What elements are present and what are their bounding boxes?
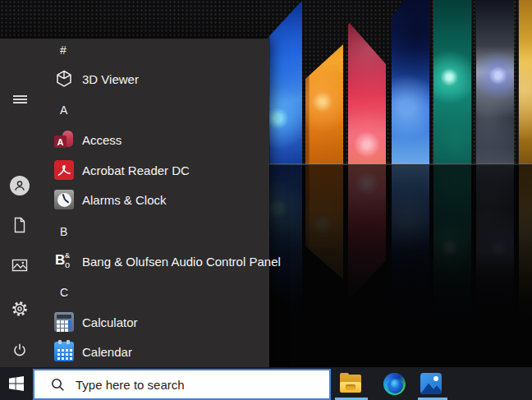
photos-icon [420, 373, 442, 394]
hamburger-icon [13, 94, 27, 105]
desktop-screen: # 3D Viewer A A Access [0, 0, 532, 400]
calculator-icon [54, 312, 74, 332]
wallpaper-shard-gold [519, 0, 532, 164]
calendar-icon [54, 342, 74, 361]
search-icon [50, 377, 65, 392]
app-item-label: Calculator [82, 315, 138, 329]
start-button[interactable] [0, 367, 33, 400]
3d-cube-icon [54, 69, 74, 89]
app-item-3d-viewer[interactable]: 3D Viewer [39, 64, 266, 94]
app-item-label: 3D Viewer [82, 72, 139, 86]
app-item-access[interactable]: A Access [39, 125, 266, 154]
windows-logo-icon [9, 376, 24, 391]
app-item-calendar[interactable]: Calendar [39, 337, 266, 366]
app-item-label: Bang & Olufsen Audio Control Panel [82, 255, 281, 269]
search-box[interactable]: Type here to search [33, 369, 331, 400]
app-item-label: Acrobat Reader DC [82, 163, 190, 177]
app-section-header[interactable]: A [60, 102, 67, 118]
power-icon [11, 341, 29, 359]
expand-menu-button[interactable] [0, 83, 39, 116]
start-menu-rail [0, 39, 39, 367]
user-account-button[interactable] [0, 169, 39, 202]
start-menu-app-list: # 3D Viewer A A Access [39, 39, 269, 367]
search-placeholder: Type here to search [76, 378, 185, 392]
edge-button[interactable] [374, 367, 414, 400]
wallpaper-shard-orange [305, 0, 343, 164]
app-item-calculator[interactable]: Calculator [39, 307, 266, 337]
alarm-clock-icon [54, 190, 74, 209]
pictures-icon [11, 257, 28, 274]
app-item-label: Calendar [82, 345, 132, 359]
app-item-bang-olufsen[interactable]: B & o Bang & Olufsen Audio Control Panel [39, 246, 266, 276]
document-icon [11, 217, 28, 233]
documents-button[interactable] [0, 209, 39, 241]
pictures-button[interactable] [0, 249, 39, 282]
wallpaper-shard-red [348, 0, 386, 164]
gear-icon [11, 300, 29, 318]
wallpaper-shard-blue [264, 0, 302, 164]
app-item-alarms-clock[interactable]: Alarms & Clock [39, 185, 266, 214]
app-item-label: Alarms & Clock [82, 193, 167, 207]
access-icon: A [54, 130, 74, 149]
app-section-header[interactable]: # [60, 42, 66, 58]
wallpaper-shard-navy [392, 0, 429, 164]
bang-olufsen-icon: B & o [54, 251, 74, 271]
photos-button[interactable] [411, 367, 451, 400]
settings-button[interactable] [0, 292, 39, 325]
app-section-header[interactable]: C [60, 284, 68, 301]
app-section-header[interactable]: B [60, 223, 67, 240]
wallpaper-floor-line [263, 163, 532, 165]
acrobat-reader-icon [54, 160, 74, 180]
start-menu-panel: # 3D Viewer A A Access [0, 39, 269, 367]
app-item-acrobat-reader[interactable]: Acrobat Reader DC [39, 155, 266, 185]
folder-icon [340, 375, 361, 393]
power-button[interactable] [0, 333, 39, 366]
taskbar: Type here to search [0, 367, 532, 400]
wallpaper-shard-smoke [476, 0, 514, 164]
wallpaper-shard-teal [433, 0, 471, 164]
user-icon [10, 176, 30, 195]
file-explorer-button[interactable] [331, 367, 370, 400]
edge-icon [383, 373, 406, 395]
app-item-label: Access [82, 133, 122, 147]
